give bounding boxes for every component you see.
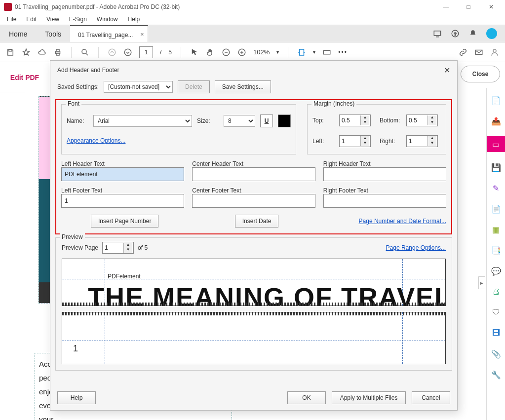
menu-window[interactable]: Window xyxy=(93,15,122,24)
font-name-select[interactable]: Arial xyxy=(93,115,192,127)
page-down-icon[interactable] xyxy=(123,48,132,57)
right-header-label: Right Header Text xyxy=(323,160,371,167)
left-header-input[interactable] xyxy=(61,167,184,181)
menu-view[interactable]: View xyxy=(42,15,63,24)
more-icon[interactable]: ••• xyxy=(338,49,348,56)
font-legend: Font xyxy=(66,100,81,107)
fit-width-icon[interactable] xyxy=(297,48,306,57)
tab-home[interactable]: Home xyxy=(0,25,36,42)
preview-page-input[interactable]: ▲▼ xyxy=(102,242,134,254)
svg-rect-13 xyxy=(324,50,331,54)
underline-button[interactable]: U xyxy=(260,115,273,127)
svg-rect-5 xyxy=(56,49,59,51)
apply-multiple-button[interactable]: Apply to Multiple Files xyxy=(332,391,406,404)
dialog-title: Add Header and Footer xyxy=(57,67,119,74)
cancel-button[interactable]: Cancel xyxy=(412,391,450,404)
dialog-close-icon[interactable]: ✕ xyxy=(444,66,450,75)
help-icon[interactable]: ? xyxy=(451,29,460,38)
left-header-label: Left Header Text xyxy=(61,160,105,167)
menu-help[interactable]: Help xyxy=(124,15,144,24)
font-color-button[interactable] xyxy=(278,115,291,127)
center-footer-input[interactable] xyxy=(192,194,315,208)
svg-rect-3 xyxy=(9,49,12,51)
link-icon[interactable] xyxy=(459,48,467,57)
help-button[interactable]: Help xyxy=(57,391,96,404)
create-pdf-icon[interactable]: 📄 xyxy=(491,95,502,106)
minimize-button[interactable]: — xyxy=(436,0,456,14)
star-icon[interactable] xyxy=(22,48,31,57)
zoom-in-icon[interactable] xyxy=(237,48,246,57)
close-panel-button[interactable]: Close xyxy=(461,66,500,82)
page-number-format-link[interactable]: Page Number and Date Format... xyxy=(359,218,446,225)
page-sep: / xyxy=(160,49,161,56)
chevron-down-icon[interactable]: ▾ xyxy=(276,49,279,55)
center-header-input[interactable] xyxy=(192,167,315,181)
compress-icon[interactable]: 📑 xyxy=(491,245,502,256)
left-footer-input[interactable] xyxy=(61,194,184,208)
mail-icon[interactable] xyxy=(474,48,483,57)
screen-icon[interactable] xyxy=(433,29,442,38)
hand-icon[interactable] xyxy=(206,48,215,57)
menu-edit[interactable]: Edit xyxy=(22,15,40,24)
save-icon[interactable] xyxy=(6,48,15,57)
sign-icon[interactable]: ✎ xyxy=(491,183,502,193)
print-tool-icon[interactable]: 🖨 xyxy=(491,286,502,297)
font-name-label: Name: xyxy=(67,117,88,124)
center-footer-label: Center Footer Text xyxy=(192,187,241,194)
keyboard-icon[interactable] xyxy=(322,48,331,57)
export-pdf-icon[interactable]: 📤 xyxy=(491,115,502,126)
add-page-icon[interactable]: 📄 xyxy=(491,203,502,214)
page-range-link[interactable]: Page Range Options... xyxy=(386,244,446,251)
right-footer-input[interactable] xyxy=(323,194,446,208)
font-size-select[interactable]: 8 xyxy=(224,115,255,127)
zoom-find-icon[interactable] xyxy=(80,48,89,57)
ok-button[interactable]: OK xyxy=(287,391,326,404)
tab-tools[interactable]: Tools xyxy=(36,25,70,42)
preview-legend: Preview xyxy=(60,233,85,240)
video-icon[interactable]: 🎞 xyxy=(491,328,502,339)
maximize-button[interactable]: □ xyxy=(459,0,478,14)
print-icon[interactable] xyxy=(53,48,62,57)
preview-header-area: PDFelement THE MEANING OF TRAVELING xyxy=(62,259,446,306)
protect-icon[interactable]: 🛡 xyxy=(491,307,502,318)
attach-icon[interactable]: 📎 xyxy=(491,348,502,359)
page-up-icon[interactable] xyxy=(108,48,117,57)
margin-bottom-input[interactable]: ▲▼ xyxy=(406,115,438,126)
cloud-icon[interactable] xyxy=(38,48,46,57)
margin-left-label: Left: xyxy=(312,138,334,145)
comment-icon[interactable]: 💬 xyxy=(491,266,502,276)
margin-left-input[interactable]: ▲▼ xyxy=(339,135,371,147)
pointer-icon[interactable] xyxy=(190,48,199,57)
chevron-down-icon[interactable]: ▾ xyxy=(313,49,315,55)
edit-pdf-tool-icon[interactable]: ▭ xyxy=(487,136,505,152)
account-avatar[interactable] xyxy=(486,28,497,39)
save-tool-icon[interactable]: 💾 xyxy=(491,162,502,173)
menu-file[interactable]: File xyxy=(3,15,20,24)
zoom-level[interactable]: 102% xyxy=(253,48,270,56)
margin-top-input[interactable]: ▲▼ xyxy=(339,115,371,126)
svg-point-15 xyxy=(493,49,496,52)
collapse-rail-icon[interactable]: ▸ xyxy=(478,276,485,289)
margin-right-input[interactable]: ▲▼ xyxy=(406,135,438,147)
menu-esign[interactable]: E-Sign xyxy=(65,15,91,24)
settings-tool-icon[interactable]: 🔧 xyxy=(491,369,502,380)
page-current-input[interactable] xyxy=(139,46,153,58)
close-window-button[interactable]: ✕ xyxy=(481,0,501,14)
insert-date-button[interactable]: Insert Date xyxy=(235,215,279,228)
save-settings-button[interactable]: Save Settings... xyxy=(215,80,271,93)
insert-page-number-button[interactable]: Insert Page Number xyxy=(91,215,158,228)
appearance-options-link[interactable]: Appearance Options... xyxy=(67,137,125,144)
window-title: 01 Travelling_pagenumber.pdf - Adobe Acr… xyxy=(15,3,433,10)
profile-icon[interactable] xyxy=(490,48,499,57)
saved-settings-select[interactable]: [Custom-not saved] xyxy=(104,81,173,93)
organize-icon[interactable]: ▦ xyxy=(491,224,502,235)
zoom-out-icon[interactable] xyxy=(222,48,231,57)
tool-rail: 📄 📤 ▭ 💾 ✎ 📄 ▦ 📑 💬 🖨 🛡 🎞 📎 🔧 xyxy=(486,88,505,420)
bell-icon[interactable] xyxy=(468,29,477,38)
font-size-label: Size: xyxy=(197,117,219,124)
margin-top-label: Top: xyxy=(312,117,334,124)
tab-close-icon[interactable]: × xyxy=(140,31,144,38)
preview-page-label: Preview Page xyxy=(62,244,98,251)
right-header-input[interactable] xyxy=(323,167,446,181)
tab-document[interactable]: 01 Travelling_page... × xyxy=(70,25,148,42)
